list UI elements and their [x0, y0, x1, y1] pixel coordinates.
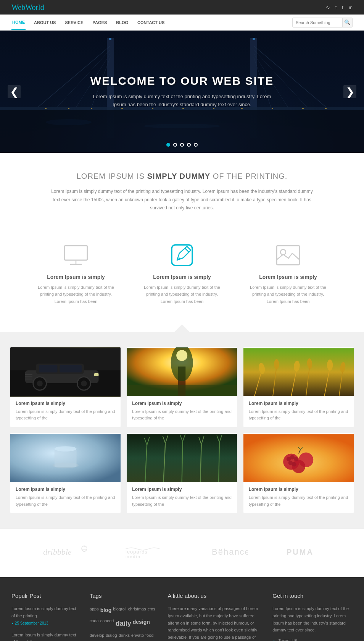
brand-puma: PUMA: [285, 544, 323, 562]
feature-edit: Lorem Ipsum is simply Lorem Ipsum is sim…: [129, 235, 235, 313]
svg-rect-55: [127, 385, 237, 396]
logo-web: Web: [11, 3, 25, 11]
tag-design[interactable]: design: [133, 617, 150, 630]
tag-christmas[interactable]: christmas: [128, 605, 146, 615]
top-bar: WebWorld ∿ f t in: [0, 0, 364, 15]
portfolio-item-2[interactable]: Lorem Ipsum is simply Lorem Ipsum is sim…: [127, 347, 237, 427]
portfolio-img-5: [127, 433, 237, 483]
hero-dot-2[interactable]: [173, 143, 177, 147]
svg-rect-56: [243, 348, 354, 396]
portfolio-item-6[interactable]: Lorem Ipsum is simply Lorem Ipsum is sim…: [243, 433, 354, 513]
portfolio-item-5[interactable]: Lorem Ipsum is simply Lorem Ipsum is sim…: [127, 433, 237, 513]
intro-section: LOREM IPSUM IS SIMPLY DUMMY OF THE PRINT…: [0, 153, 364, 228]
twitter-icon[interactable]: t: [342, 5, 343, 10]
svg-rect-46: [60, 365, 82, 372]
svg-point-60: [274, 359, 279, 369]
svg-point-72: [55, 446, 77, 452]
footer-popular-heading: Populr Post: [11, 592, 78, 599]
portfolio-title-1: Lorem Ipsum is simply: [16, 401, 115, 406]
portfolio-item-4[interactable]: Lorem Ipsum is simply Lorem Ipsum is sim…: [10, 433, 121, 513]
svg-point-102: [82, 546, 87, 551]
portfolio-img-6: [243, 433, 354, 483]
tag-food[interactable]: food: [145, 631, 153, 639]
portfolio-body-5: Lorem Ipsum is simply dummy text of the …: [132, 494, 232, 508]
footer-contact-intro: Lorem Ipsum is simply dummy text of the …: [272, 605, 353, 634]
svg-point-92: [292, 460, 305, 473]
hero-next-button[interactable]: ❯: [343, 85, 356, 98]
tag-drinks[interactable]: drinks: [119, 631, 130, 639]
nav-blog[interactable]: BLOG: [115, 16, 129, 29]
brand-leopards: leopards media: [124, 544, 173, 562]
footer-post-1: Lorem Ipsum is simply dummy text of the …: [11, 605, 78, 625]
portfolio-info-2: Lorem Ipsum is simply Lorem Ipsum is sim…: [127, 397, 237, 427]
footer-about: A little about us There are many variati…: [168, 592, 261, 641]
tag-blog[interactable]: blog: [100, 605, 112, 615]
svg-text:PUMA: PUMA: [287, 548, 314, 556]
footer-contact: Get in touch Lorem Ipsum is simply dummy…: [272, 592, 353, 641]
intro-body: Lorem Ipsum is simply dummy text of the …: [48, 188, 316, 212]
tag-envato[interactable]: envato: [131, 631, 144, 639]
logo: WebWorld: [11, 3, 44, 12]
image-icon: [273, 243, 303, 268]
svg-text:Bëhance: Bëhance: [212, 547, 248, 557]
hero-dot-3[interactable]: [180, 143, 184, 147]
svg-text:dribbble: dribbble: [43, 547, 72, 557]
facebook-icon[interactable]: f: [335, 5, 337, 10]
tag-blogroll[interactable]: blogroll: [113, 605, 126, 615]
svg-point-42: [37, 380, 42, 386]
svg-rect-45: [39, 365, 57, 372]
feature-1-body: Lorem Ipsum is simply dummy text of the …: [34, 284, 118, 305]
svg-rect-71: [55, 449, 77, 467]
nav-pages[interactable]: PAGES: [92, 16, 108, 29]
portfolio-body-2: Lorem Ipsum is simply dummy text of the …: [132, 408, 232, 422]
nav-service[interactable]: SERVICE: [64, 16, 84, 29]
svg-point-27: [46, 119, 92, 125]
nav-home[interactable]: HOME: [11, 15, 26, 30]
hero-title: WELCOME TO OUR WEB SITE: [87, 74, 277, 87]
rss-icon[interactable]: ∿: [326, 5, 330, 10]
footer: Populr Post Lorem Ipsum is simply dummy …: [0, 577, 364, 641]
hero-content: WELCOME TO OUR WEB SITE Lorem Ipsum is s…: [87, 74, 277, 109]
tag-concert[interactable]: concert: [100, 617, 114, 630]
nav-about[interactable]: ABOUT US: [33, 16, 56, 29]
brands-section: dribbble leopards media Bëhance PUMA: [0, 528, 364, 577]
brand-dribbble: dribbble: [41, 544, 87, 562]
portfolio-grid: Lorem Ipsum is simply Lorem Ipsum is sim…: [10, 347, 354, 513]
svg-point-66: [327, 359, 333, 371]
footer-post-2: Lorem Ipsum is simply dummy text of the …: [11, 631, 78, 641]
hero-dot-1[interactable]: [166, 143, 170, 147]
footer-contact-heading: Get in touch: [272, 592, 353, 599]
tag-develop[interactable]: develop: [90, 631, 105, 639]
feature-image: Lorem Ipsum is simply Lorem Ipsum is sim…: [235, 235, 341, 313]
portfolio-section: Lorem Ipsum is simply Lorem Ipsum is sim…: [0, 332, 364, 528]
svg-point-23: [325, 108, 327, 109]
linkedin-icon[interactable]: in: [349, 5, 353, 10]
search-button[interactable]: 🔍: [342, 18, 352, 27]
tag-apps[interactable]: apps: [90, 605, 99, 615]
search-input[interactable]: [293, 20, 342, 25]
footer-address-text: Texas, US: [279, 638, 298, 641]
nav-links: HOME ABOUT US SERVICE PAGES BLOG CONTACT…: [11, 15, 165, 30]
nav-contact[interactable]: CONTACT US: [137, 16, 165, 29]
svg-rect-29: [64, 246, 87, 260]
footer-post-1-text: Lorem Ipsum is simply dummy text of the …: [11, 605, 78, 619]
tag-daily[interactable]: daily: [116, 617, 131, 630]
tag-dialog[interactable]: dialog: [106, 631, 117, 639]
portfolio-item-3[interactable]: Lorem Ipsum is simply Lorem Ipsum is sim…: [243, 347, 354, 427]
svg-rect-32: [172, 245, 192, 265]
svg-rect-35: [277, 246, 300, 265]
svg-line-33: [185, 248, 189, 252]
edit-icon: [167, 243, 197, 268]
portfolio-item-1[interactable]: Lorem Ipsum is simply Lorem Ipsum is sim…: [10, 347, 121, 427]
tag-cms[interactable]: cms: [148, 605, 155, 615]
svg-rect-89: [243, 434, 354, 482]
svg-point-24: [109, 38, 111, 40]
hero-dot-5[interactable]: [194, 143, 198, 147]
hero-dot-4[interactable]: [187, 143, 191, 147]
hero-prev-button[interactable]: ❮: [8, 85, 21, 98]
tag-coda[interactable]: coda: [90, 617, 99, 630]
portfolio-img-4: [10, 433, 121, 483]
footer-tags: Tags apps blog blogroll christmas cms co…: [90, 592, 156, 641]
svg-point-44: [81, 380, 87, 386]
features-section: Lorem Ipsum is simply Lorem Ipsum is sim…: [0, 228, 364, 332]
